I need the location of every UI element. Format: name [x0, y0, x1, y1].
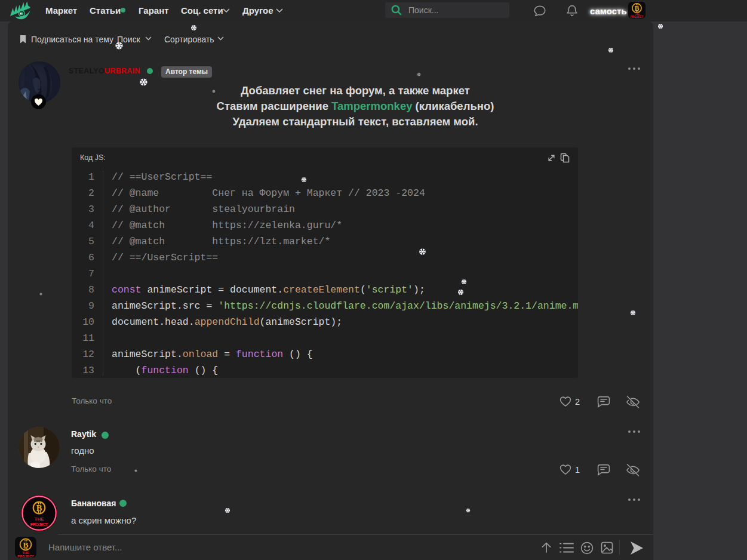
- svg-text:THE: THE: [35, 516, 45, 522]
- svg-text:B: B: [635, 5, 640, 12]
- svg-text:PROJECT: PROJECT: [30, 522, 48, 527]
- svg-text:B: B: [23, 540, 28, 549]
- svg-text:B: B: [36, 503, 42, 513]
- svg-text:PROJECT: PROJECT: [17, 555, 34, 558]
- svg-text:PROJECT: PROJECT: [631, 16, 644, 19]
